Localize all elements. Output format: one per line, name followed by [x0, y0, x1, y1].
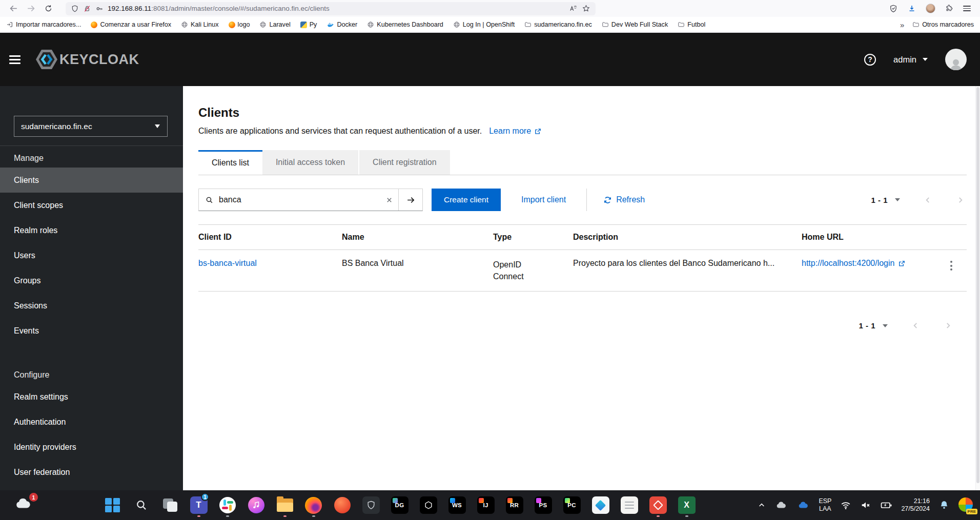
- bookmark-kubernetes-dashboard[interactable]: Kubernetes Dashboard: [367, 21, 443, 28]
- bookmark-folder-dev-web[interactable]: Dev Web Full Stack: [602, 21, 668, 28]
- translate-icon[interactable]: [569, 4, 578, 13]
- downloads-icon[interactable]: [907, 4, 916, 13]
- sidebar-item-sessions[interactable]: Sessions: [0, 293, 183, 318]
- bookmark-docker[interactable]: Docker: [326, 21, 357, 29]
- copilot-button[interactable]: PRE: [958, 497, 976, 513]
- taskbar-app-jetbrains-toolbox[interactable]: [417, 492, 439, 518]
- keycloak-brand[interactable]: KEYCLOAK: [35, 49, 139, 70]
- sidebar-item-clients[interactable]: Clients: [0, 168, 183, 193]
- protections-shield-icon[interactable]: [889, 4, 898, 13]
- sidebar-item-groups[interactable]: Groups: [0, 268, 183, 293]
- sidebar-item-user-federation[interactable]: User federation: [0, 460, 183, 485]
- python-icon: [300, 22, 307, 28]
- sidebar-item-client-scopes[interactable]: Client scopes: [0, 193, 183, 218]
- taskbar-app-webstorm[interactable]: WS: [446, 492, 468, 518]
- sidebar-item-users[interactable]: Users: [0, 243, 183, 268]
- bookmark-py[interactable]: Py: [300, 21, 317, 28]
- pagination-prev-button[interactable]: [924, 196, 932, 204]
- bookmark-openshift[interactable]: Log In | OpenShift: [453, 21, 515, 28]
- bookmarks-overflow-chevrons[interactable]: »: [900, 20, 904, 29]
- search-input[interactable]: [219, 195, 380, 204]
- taskbar-app-teams[interactable]: T 1: [188, 492, 210, 518]
- bookmark-folder-futbol[interactable]: Futbol: [678, 21, 705, 28]
- start-button[interactable]: [101, 492, 124, 518]
- onedrive-blue-icon[interactable]: [797, 500, 810, 511]
- taskbar-app-firefox[interactable]: [302, 492, 324, 518]
- taskbar-app-notes[interactable]: [618, 492, 640, 518]
- bookmark-folder-sudamericano[interactable]: sudamericano.fin.ec: [524, 21, 592, 28]
- sidebar-item-realm-roles[interactable]: Realm roles: [0, 218, 183, 243]
- url-text[interactable]: 192.168.86.11:8081/admin/master/console/…: [108, 5, 565, 12]
- widgets-button[interactable]: 1: [13, 495, 36, 515]
- volume-muted-icon[interactable]: [860, 500, 871, 511]
- bookmark-kali-linux[interactable]: Kali Linux: [181, 21, 219, 28]
- taskbar-app-slack[interactable]: [216, 492, 238, 518]
- taskbar-search-button[interactable]: [130, 492, 152, 518]
- client-id-link[interactable]: bs-banca-virtual: [198, 259, 257, 267]
- clock[interactable]: 21:1627/5/2024: [901, 497, 930, 513]
- sidebar-item-events[interactable]: Events: [0, 318, 183, 343]
- onedrive-gray-icon[interactable]: [774, 500, 788, 511]
- pagination-prev-button[interactable]: [911, 321, 920, 330]
- clear-search-icon[interactable]: [385, 196, 393, 204]
- sidebar-item-identity-providers[interactable]: Identity providers: [0, 434, 183, 460]
- taskbar-app-rustrover[interactable]: RR: [503, 492, 525, 518]
- nav-toggle-icon[interactable]: [9, 55, 21, 64]
- bookmark-comenzar-firefox[interactable]: Comenzar a usar Firefox: [91, 21, 171, 28]
- browser-profile-avatar[interactable]: [926, 4, 935, 13]
- passwords-key-icon[interactable]: [95, 5, 104, 13]
- scrollbar-thumb[interactable]: [976, 87, 979, 483]
- pagination-options-caret-icon[interactable]: [883, 324, 888, 327]
- battery-icon[interactable]: [880, 499, 892, 511]
- tab-client-registration[interactable]: Client registration: [358, 150, 450, 175]
- sidebar-item-realm-settings[interactable]: Realm settings: [0, 384, 183, 409]
- tab-clients-list[interactable]: Clients list: [198, 150, 262, 175]
- insecure-lock-icon[interactable]: [83, 5, 91, 13]
- pagination-next-button[interactable]: [944, 321, 952, 330]
- home-url-link[interactable]: http://localhost:4200/login: [802, 259, 894, 268]
- taskbar-app-file-explorer[interactable]: [274, 492, 296, 518]
- notifications-bell-icon[interactable]: [938, 500, 950, 511]
- create-client-button[interactable]: Create client: [432, 189, 501, 211]
- extensions-puzzle-icon[interactable]: [945, 4, 954, 13]
- taskbar-app-pycharm[interactable]: PC: [561, 492, 583, 518]
- learn-more-link[interactable]: Learn more: [489, 127, 542, 136]
- taskbar-app-datagrip[interactable]: DG: [389, 492, 411, 518]
- taskbar-app-diamond[interactable]: [589, 492, 611, 518]
- scrollbar[interactable]: [975, 86, 980, 490]
- browser-menu-icon[interactable]: [963, 6, 971, 11]
- wifi-icon[interactable]: [840, 500, 851, 511]
- task-view-button[interactable]: [159, 492, 181, 518]
- back-button[interactable]: [6, 2, 21, 15]
- taskbar-app-red[interactable]: [647, 492, 669, 518]
- bookmark-star-icon[interactable]: [582, 4, 590, 13]
- user-dropdown[interactable]: admin: [893, 55, 928, 65]
- taskbar-app-opera[interactable]: [331, 492, 353, 518]
- search-submit-button[interactable]: [398, 189, 422, 211]
- bookmark-laravel[interactable]: Laravel: [259, 21, 290, 28]
- import-client-link[interactable]: Import client: [521, 195, 566, 204]
- other-bookmarks[interactable]: Otros marcadores: [912, 21, 974, 28]
- url-bar[interactable]: 192.168.86.11:8081/admin/master/console/…: [66, 2, 596, 15]
- taskbar-app-intellij[interactable]: IJ: [475, 492, 497, 518]
- help-icon[interactable]: ?: [864, 54, 876, 66]
- language-indicator[interactable]: ESPLAA: [819, 497, 831, 513]
- refresh-button[interactable]: Refresh: [603, 195, 645, 204]
- tab-initial-access-token[interactable]: Initial access token: [262, 150, 358, 175]
- reload-button[interactable]: [41, 2, 55, 15]
- tracking-shield-icon[interactable]: [71, 5, 79, 13]
- forward-button[interactable]: [24, 2, 38, 15]
- taskbar-app-excel[interactable]: X: [676, 492, 698, 518]
- taskbar-app-music[interactable]: [245, 492, 267, 518]
- realm-selector[interactable]: sudamericano.fin.ec: [14, 116, 168, 137]
- tray-chevron-up-icon[interactable]: [758, 501, 766, 509]
- pagination-next-button[interactable]: [956, 196, 965, 204]
- bookmark-logo[interactable]: logo: [229, 21, 250, 28]
- avatar[interactable]: [945, 49, 967, 70]
- taskbar-app-security-tool[interactable]: [360, 492, 382, 518]
- row-kebab-menu[interactable]: [944, 259, 958, 273]
- pagination-options-caret-icon[interactable]: [895, 198, 900, 201]
- taskbar-app-phpstorm[interactable]: PS: [532, 492, 554, 518]
- sidebar-item-authentication[interactable]: Authentication: [0, 409, 183, 434]
- bookmark-importar-marcadores[interactable]: Importar marcadores...: [6, 21, 81, 28]
